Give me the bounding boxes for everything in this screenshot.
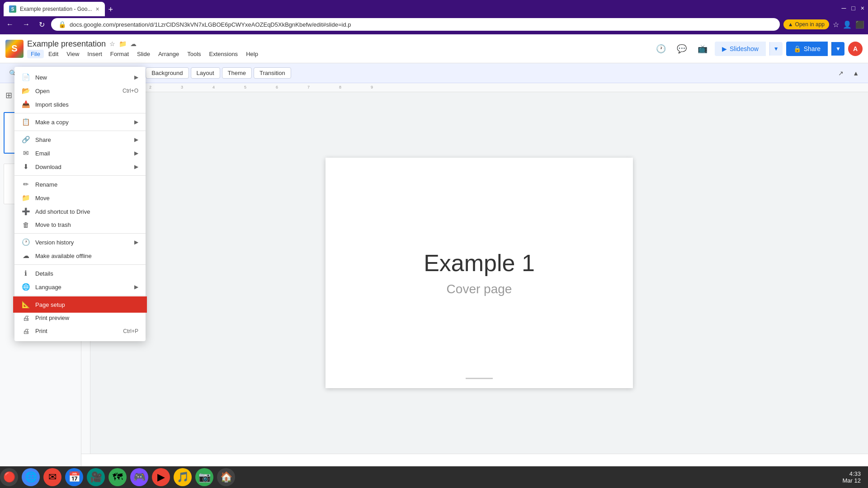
- share-button[interactable]: 🔒 Share: [786, 42, 828, 56]
- svg-text:6: 6: [276, 85, 278, 89]
- bookmark-button[interactable]: ☆: [833, 20, 839, 29]
- toolbar-collapse-button[interactable]: ▲: [849, 67, 863, 80]
- header-actions: 🕐 💬 📺 ▶ Slideshow ▼ 🔒 Share ▼ A: [652, 40, 863, 57]
- details-icon: ℹ: [22, 269, 30, 277]
- taskbar-icon-games[interactable]: 🎮: [130, 468, 148, 486]
- open-shortcut: Ctrl+O: [123, 88, 138, 94]
- taskbar-icon-photos[interactable]: 📷: [195, 468, 213, 486]
- menu-file[interactable]: File: [27, 50, 44, 58]
- taskbar-icon-calendar[interactable]: 📅: [65, 468, 83, 486]
- file-menu-trash[interactable]: 🗑 Move to trash: [14, 218, 146, 231]
- file-menu-print[interactable]: 🖨 Print Ctrl+P: [14, 324, 146, 338]
- file-menu-add-shortcut[interactable]: ➕ Add shortcut to Drive: [14, 205, 146, 218]
- rename-icon: ✏: [22, 180, 30, 188]
- file-menu-print-preview-label: Print preview: [35, 314, 138, 321]
- file-menu-section-5: 🕐 Version history ▶ ☁ Make available off…: [14, 234, 146, 265]
- file-menu-copy[interactable]: 📋 Make a copy ▶: [14, 115, 146, 129]
- taskbar-icon-power[interactable]: 🔴: [0, 468, 18, 486]
- layout-button[interactable]: Layout: [191, 67, 220, 79]
- tab-close-button[interactable]: ×: [95, 5, 99, 13]
- file-menu-details-label: Details: [35, 270, 138, 277]
- taskbar: 🔴 🌐 ✉ 📅 🎥 🗺 🎮 ▶ 🎵 📷 🏠 4:33 Mar 12: [0, 466, 868, 488]
- avatar-initial: A: [853, 45, 858, 52]
- menu-help[interactable]: Help: [242, 50, 262, 58]
- print-icon: 🖨: [22, 327, 30, 335]
- toolbar-arrow-button[interactable]: ↗: [835, 67, 847, 80]
- download-arrow-icon: ▶: [134, 164, 138, 170]
- menu-tools[interactable]: Tools: [184, 50, 204, 58]
- close-window-button[interactable]: ×: [861, 5, 864, 12]
- file-menu-details[interactable]: ℹ Details: [14, 267, 146, 280]
- star-icon[interactable]: ☆: [109, 40, 115, 47]
- background-button[interactable]: Background: [146, 67, 189, 79]
- file-menu-shortcut-label: Add shortcut to Drive: [35, 208, 138, 215]
- taskbar-icon-home[interactable]: 🏠: [217, 468, 235, 486]
- extensions-button[interactable]: ⬛: [855, 20, 864, 29]
- minimize-button[interactable]: ─: [841, 5, 846, 12]
- file-menu-share[interactable]: 🔗 Share ▶: [14, 133, 146, 146]
- version-arrow-icon: ▶: [134, 239, 138, 245]
- taskbar-icon-chrome[interactable]: 🌐: [22, 468, 40, 486]
- menu-slide[interactable]: Slide: [133, 50, 154, 58]
- secure-icon: 🔒: [58, 21, 66, 28]
- refresh-button[interactable]: ↻: [36, 19, 47, 31]
- slide-canvas[interactable]: Example 1 Cover page: [326, 158, 633, 388]
- transition-button[interactable]: Transition: [254, 67, 291, 79]
- app-title-text: Example presentation: [27, 39, 106, 49]
- cloud-icon[interactable]: ☁: [130, 40, 137, 47]
- share-dropdown-button[interactable]: ▼: [831, 42, 844, 56]
- taskbar-icon-maps[interactable]: 🗺: [108, 468, 127, 486]
- file-menu: 📄 New ▶ 📂 Open Ctrl+O 📥 Import slides 📋 …: [14, 67, 146, 341]
- back-button[interactable]: ←: [4, 19, 16, 30]
- maximize-button[interactable]: □: [851, 5, 855, 12]
- menu-extensions[interactable]: Extensions: [206, 50, 242, 58]
- menu-arrange[interactable]: Arrange: [155, 50, 183, 58]
- menu-edit[interactable]: Edit: [45, 50, 62, 58]
- file-menu-open[interactable]: 📂 Open Ctrl+O: [14, 84, 146, 98]
- grid-view-button[interactable]: ⊞: [4, 89, 14, 102]
- file-menu-page-setup[interactable]: 📐 Page setup: [14, 298, 146, 311]
- new-arrow-icon: ▶: [134, 74, 138, 80]
- file-menu-email[interactable]: ✉ Email ▶: [14, 146, 146, 160]
- forward-button[interactable]: →: [20, 19, 33, 30]
- avatar[interactable]: A: [848, 42, 863, 56]
- file-menu-language[interactable]: 🌐 Language ▶: [14, 280, 146, 294]
- file-menu-offline[interactable]: ☁ Make available offline: [14, 249, 146, 263]
- url-bar[interactable]: 🔒 docs.google.com/presentation/d/1LzrClD…: [51, 18, 780, 31]
- taskbar-icon-youtube[interactable]: ▶: [152, 468, 170, 486]
- open-in-drive-button[interactable]: ▲ Open in app: [783, 19, 829, 29]
- file-menu-page-setup-label: Page setup: [35, 301, 138, 308]
- slideshow-dropdown-button[interactable]: ▼: [769, 42, 783, 56]
- taskbar-icon-gmail[interactable]: ✉: [43, 468, 61, 486]
- file-menu-move[interactable]: 📁 Move: [14, 191, 146, 205]
- slide-container[interactable]: Example 1 Cover page: [81, 92, 868, 454]
- file-menu-rename[interactable]: ✏ Rename: [14, 178, 146, 191]
- file-menu-print-preview[interactable]: 🖨 Print preview: [14, 311, 146, 324]
- address-bar: ← → ↻ 🔒 docs.google.com/presentation/d/1…: [0, 16, 868, 34]
- theme-button[interactable]: Theme: [222, 67, 252, 79]
- profile-button[interactable]: 👤: [843, 20, 852, 29]
- file-menu-new[interactable]: 📄 New ▶: [14, 70, 146, 84]
- comment-button[interactable]: 💬: [673, 40, 690, 57]
- menu-format[interactable]: Format: [107, 50, 132, 58]
- slideshow-button[interactable]: ▶ Slideshow: [715, 42, 766, 56]
- file-menu-version-history[interactable]: 🕐 Version history ▶: [14, 235, 146, 249]
- offline-icon: ☁: [22, 252, 30, 260]
- menu-insert[interactable]: Insert: [84, 50, 106, 58]
- present-options-button[interactable]: 📺: [694, 40, 711, 57]
- folder-icon[interactable]: 📁: [119, 40, 127, 47]
- taskbar-icon-meet[interactable]: 🎥: [87, 468, 105, 486]
- menu-view[interactable]: View: [63, 50, 83, 58]
- language-arrow-icon: ▶: [134, 284, 138, 290]
- app-header: S Example presentation ☆ 📁 ☁ File Edit V…: [0, 34, 868, 63]
- file-menu-download[interactable]: ⬇ Download ▶: [14, 160, 146, 174]
- browser-chrome: S Example presentation - Goo... × + ─ □ …: [0, 0, 868, 16]
- active-tab[interactable]: S Example presentation - Goo... ×: [4, 2, 105, 16]
- move-icon: 📁: [22, 194, 30, 202]
- file-menu-copy-label: Make a copy: [35, 119, 129, 126]
- taskbar-icon-music[interactable]: 🎵: [174, 468, 192, 486]
- history-button[interactable]: 🕐: [652, 40, 670, 57]
- new-tab-button[interactable]: +: [107, 3, 115, 16]
- share-label: Share: [804, 45, 821, 52]
- file-menu-import[interactable]: 📥 Import slides: [14, 98, 146, 111]
